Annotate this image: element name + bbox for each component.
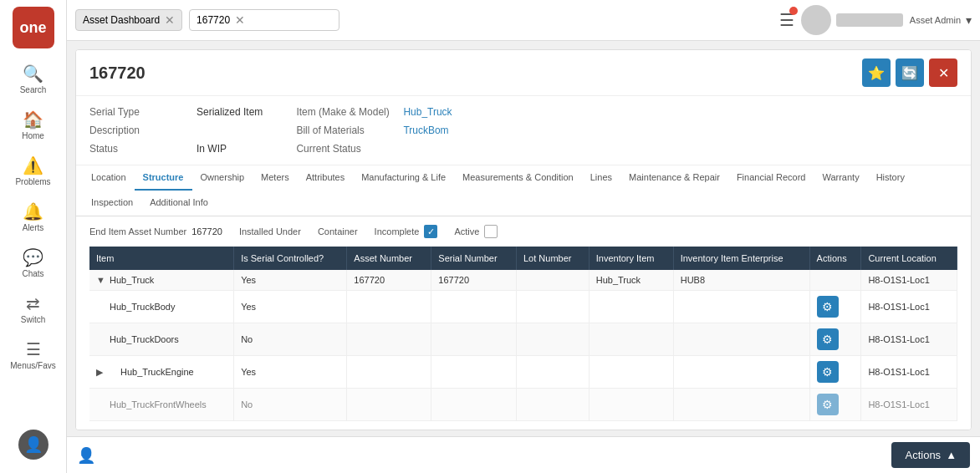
sidebar-item-search[interactable]: 🔍 Search [0,57,66,101]
asset-number-cell [347,389,431,421]
topbar-right: ☰ Asset Admin ▾ [779,5,972,35]
status-label: Status [89,143,190,155]
bell-icon: 🔔 [23,201,43,221]
item-cell: Hub_TruckDoors [89,323,234,356]
current-location-cell: H8-O1S1-Loc1 [861,323,957,356]
item-name: Hub_TruckBody [110,302,175,312]
tab-inspection[interactable]: Inspection [83,191,141,216]
sidebar-item-chats[interactable]: 💬 Chats [0,241,66,285]
tab-attributes[interactable]: Attributes [298,165,353,191]
bom-label: Bill of Materials [296,125,396,136]
sidebar: one 🔍 Search 🏠 Home ⚠️ Problems 🔔 Alerts… [0,0,67,473]
avatar[interactable] [801,5,831,35]
item-cell: Hub_TruckFrontWheels [89,389,234,421]
lot-number-cell [516,389,589,421]
serial-controlled-cell: No [234,389,347,421]
structure-fields-row: End Item Asset Number 167720 Installed U… [89,225,957,238]
close-tab-icon[interactable]: ✕ [165,13,175,27]
favorite-button[interactable]: ⭐ [862,58,891,87]
incomplete-group: Incomplete ✓ [375,225,438,238]
user-bottom-icon[interactable]: 👤 [77,447,95,464]
tab-asset-dashboard[interactable]: Asset Dashboard ✕ [75,9,182,31]
sidebar-item-alerts[interactable]: 🔔 Alerts [0,195,66,239]
close-button[interactable]: ✕ [929,58,957,87]
serial-controlled-cell: Yes [234,270,347,291]
notification-dot [789,7,798,15]
actions-cell [809,270,861,291]
status-row: Status In WIP [89,143,263,155]
actions-cell: ⚙ [809,291,861,323]
warning-icon: ⚠️ [23,155,43,175]
bom-row: Bill of Materials TruckBom [296,125,452,136]
asset-header: 167720 ⭐ 🔄 ✕ [76,50,971,96]
info-left: Serial Type Serialized Item Description … [89,106,263,155]
menu-button[interactable]: ☰ [779,10,794,30]
lot-number-cell [516,323,589,356]
inventory-item-cell [589,389,673,421]
bottom-bar: 👤 Actions ▲ [67,436,980,473]
gear-action-button[interactable]: ⚙ [817,361,839,383]
status-value: In WIP [197,143,227,155]
col-inventory-item: Inventory Item [589,247,673,270]
bom-value[interactable]: TruckBom [403,125,448,136]
tab-warranty[interactable]: Warranty [814,165,867,191]
sidebar-item-switch[interactable]: ⇄ Switch [0,287,66,331]
incomplete-checkbox[interactable]: ✓ [424,225,437,238]
inventory-enterprise-cell: HUB8 [673,270,809,291]
item-cell: ▶ Hub_TruckEngine [89,356,234,389]
tab-meters[interactable]: Meters [253,165,298,191]
user-name-box [836,13,903,27]
actions-chevron-icon: ▲ [946,449,957,461]
serial-controlled-cell: Yes [234,356,347,389]
tab-lines[interactable]: Lines [582,165,620,191]
expand-icon[interactable]: ▼ [96,275,105,285]
tab-maintenance[interactable]: Maintenance & Repair [620,165,728,191]
current-location-cell: H8-O1S1-Loc1 [861,356,957,389]
tab-financial[interactable]: Financial Record [728,165,814,191]
current-location-cell: H8-O1S1-Loc1 [861,389,957,421]
sidebar-item-menus[interactable]: ☰ Menus/Favs [0,333,66,377]
serial-number-cell [431,356,517,389]
asset-card: 167720 ⭐ 🔄 ✕ Serial Type Serialized Item… [75,49,972,430]
user-avatar[interactable]: 👤 [18,430,48,460]
make-model-row: Item (Make & Model) Hub_Truck [296,106,452,118]
current-status-label: Current Status [296,143,396,155]
tab-ownership[interactable]: Ownership [192,165,253,191]
gear-action-button[interactable]: ⚙ [817,296,839,318]
close-tab2-icon[interactable]: ✕ [235,13,245,27]
gear-action-button[interactable]: ⚙ [817,328,839,350]
refresh-button[interactable]: 🔄 [896,58,924,87]
active-checkbox[interactable] [484,225,498,238]
tab-asset-number[interactable]: 167720 ✕ [189,9,339,31]
expand-icon[interactable]: ▶ [96,367,103,377]
tab-manufacturing[interactable]: Manufacturing & Life [353,165,454,191]
info-right: Item (Make & Model) Hub_Truck Bill of Ma… [296,106,452,155]
make-model-value[interactable]: Hub_Truck [403,106,452,118]
tab-measurements[interactable]: Measurements & Condition [454,165,582,191]
tab-structure[interactable]: Structure [135,165,192,191]
end-item-value: 167720 [191,226,222,237]
sidebar-item-home[interactable]: 🏠 Home [0,103,66,147]
user-dropdown-arrow[interactable]: ▾ [966,13,972,27]
actions-button[interactable]: Actions ▲ [891,442,970,468]
sidebar-item-label: Switch [21,315,45,324]
tab-location[interactable]: Location [83,165,135,191]
item-cell: ▼ Hub_Truck [89,270,234,291]
tab-value: 167720 [197,14,230,26]
gear-action-button[interactable]: ⚙ [817,394,839,415]
topbar: Asset Dashboard ✕ 167720 ✕ ☰ Asset Admin… [67,0,980,41]
inventory-item-cell: Hub_Truck [589,270,673,291]
user-info: Asset Admin [836,13,961,27]
home-icon: 🏠 [23,109,43,130]
asset-title: 167720 [89,64,145,83]
sidebar-item-label: Chats [22,269,43,278]
col-inventory-enterprise: Inventory Item Enterprise [673,247,809,270]
item-name: Hub_Truck [110,275,154,285]
col-lot-number: Lot Number [516,247,589,270]
active-group: Active [454,225,498,238]
container-label: Container [318,226,358,237]
app-logo[interactable]: one [13,7,54,48]
tab-history[interactable]: History [868,165,913,191]
sidebar-item-problems[interactable]: ⚠️ Problems [0,149,66,193]
tab-additional[interactable]: Additional Info [141,191,217,216]
